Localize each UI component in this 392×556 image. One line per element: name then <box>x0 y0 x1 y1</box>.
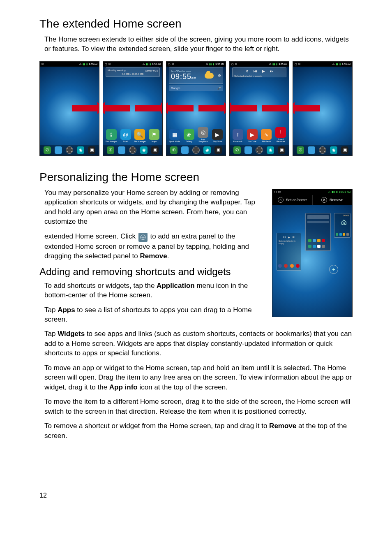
gear-icon[interactable]: ⚙ <box>218 74 221 78</box>
add-panel-button[interactable]: + <box>329 265 338 274</box>
mini-app-icon <box>322 245 325 248</box>
personalize-figure: ▢✉ ⧋▮▮▮10:01 AM ⌂ Set as home ✕ Remove <box>272 189 353 317</box>
play-store-icon: ▶ <box>212 129 223 140</box>
app-file-manager[interactable]: 🔍File Manager <box>134 129 146 143</box>
messages-icon[interactable]: ⋯ <box>118 146 125 154</box>
app-hotspot[interactable]: ⥉Swo Hotspot <box>105 129 118 143</box>
wifi-icon: ⧋ <box>328 190 330 194</box>
data-usage-widget[interactable]: Monthly warning Carrier #1 ▯ 0.0 MB / 20… <box>106 67 160 77</box>
gallery-indicator-icon: ▢ <box>295 63 297 65</box>
phone-icon[interactable]: ✆ <box>297 146 304 154</box>
mic-icon[interactable]: 🎤 <box>217 87 221 90</box>
dock: ✆ ⋯ ⋮⋮ ◉ ▣ <box>230 145 289 155</box>
record-icon: ! <box>275 127 286 138</box>
clock-text: 9:55 AM <box>279 63 287 65</box>
app-play-store[interactable]: ▶Play Store <box>211 129 224 143</box>
camera-icon: ◎ <box>198 127 208 138</box>
text: extended Home screen. Click <box>44 232 138 240</box>
weather-icon <box>205 73 214 79</box>
app-snapnote[interactable]: ◎Acer SnapNote <box>197 127 209 143</box>
mini-panel-right[interactable]: 10:01 <box>334 213 350 238</box>
battery-icon: ▮ <box>213 63 214 65</box>
play-icon[interactable]: ▶ <box>262 69 265 73</box>
mini-app-icon <box>317 245 321 248</box>
screen-4: ▢✉ ⧋▮▮▮9:55 AM ⤨ ⏮ ▶ ⏭ Selected playlist… <box>229 61 289 156</box>
app-email[interactable]: @Email <box>120 129 132 143</box>
browser-icon[interactable]: ◉ <box>330 146 337 154</box>
remove-button[interactable]: ✕ Remove <box>313 195 353 205</box>
prev-icon[interactable]: ⏮ <box>254 69 257 73</box>
apps-icon[interactable]: ⋮⋮ <box>256 146 263 154</box>
phone-icon[interactable]: ✆ <box>44 146 51 154</box>
email-icon: @ <box>120 129 131 140</box>
browser-icon[interactable]: ◉ <box>203 146 211 154</box>
set-as-home-button[interactable]: ⌂ Set as home <box>272 195 313 205</box>
envelope-icon: ✉ <box>278 190 281 194</box>
app-facebook[interactable]: fFacebook <box>232 129 244 143</box>
camera-icon[interactable]: ▣ <box>341 146 348 154</box>
mini-app-icon <box>317 239 321 242</box>
music-widget[interactable]: ⤨ ⏮ ▶ ⏭ Selected playlist is empty. <box>232 67 286 77</box>
apps-icon[interactable]: ⋮⋮ <box>192 146 200 154</box>
mini-app-icon <box>313 239 316 242</box>
radio-icon: ∿ <box>261 129 272 140</box>
google-search-bar[interactable]: Google 🎤 <box>169 86 223 91</box>
apps-icon[interactable]: ⋮⋮ <box>66 146 73 154</box>
swipe-arrow-icon <box>262 105 289 111</box>
phone-icon[interactable]: ✆ <box>170 146 178 154</box>
phone-icon[interactable]: ✆ <box>107 146 114 154</box>
app-quick-mode[interactable]: ▦Quick Mode <box>168 129 181 143</box>
mini-app-icon <box>278 264 282 268</box>
next-icon[interactable]: ⏭ <box>270 69 274 73</box>
app-gallery[interactable]: ❀Gallery <box>183 129 195 143</box>
shuffle-icon[interactable]: ⤨ <box>245 69 249 73</box>
messages-icon[interactable]: ⋯ <box>308 146 315 154</box>
mini-app-icon <box>296 264 300 268</box>
mini-app-icon <box>346 233 349 236</box>
browser-icon[interactable]: ◉ <box>140 146 148 154</box>
mini-music-controls: ⏮▶⏭ <box>277 236 301 239</box>
panel-overview: 10:01 ⏮▶⏭ Selected playlist is empty. <box>277 211 348 259</box>
personalize-screen: ▢✉ ⧋▮▮▮10:01 AM ⌂ Set as home ✕ Remove <box>272 189 353 317</box>
app-fm-radio[interactable]: ∿FM Radio <box>260 129 272 143</box>
signal-icon: ▮▮ <box>83 63 85 65</box>
messages-icon[interactable]: ⋯ <box>244 146 252 154</box>
phone-icon[interactable]: ✆ <box>233 146 241 154</box>
mini-panel-main[interactable] <box>305 213 331 251</box>
mini-app-icon <box>343 233 345 236</box>
apps-icon[interactable]: ⋮⋮ <box>129 146 136 154</box>
wifi-icon: ⧋ <box>79 63 81 65</box>
edit-toolbar: ⌂ Set as home ✕ Remove <box>272 195 352 205</box>
messages-icon[interactable]: ⋯ <box>181 146 189 154</box>
app-label: Acer SnapNote <box>197 139 209 143</box>
carrier-label: Carrier #1 ▯ <box>145 69 158 72</box>
mini-app-icon <box>308 239 311 242</box>
swipe-arrow-icon <box>103 105 130 111</box>
browser-icon[interactable]: ◉ <box>267 146 274 154</box>
appinfo-bold: App info <box>109 383 138 391</box>
browser-icon[interactable]: ◉ <box>77 146 84 154</box>
app-maps[interactable]: ⚑Maps <box>148 129 160 143</box>
app-label: Play Store <box>211 141 224 143</box>
camera-icon[interactable]: ▣ <box>88 146 95 154</box>
heading-personalize: Personalizing the Home screen <box>39 171 353 184</box>
hotspot-icon: ⥉ <box>106 129 117 140</box>
battery-icon: ▮ <box>339 63 341 65</box>
app-label: Swo Hotspot <box>105 141 118 143</box>
text: To add shortcuts or widgets, tap the <box>44 282 157 290</box>
messages-icon[interactable]: ⋯ <box>55 146 62 154</box>
camera-icon[interactable]: ▣ <box>278 146 285 154</box>
app-label: Sound Recorder <box>274 139 287 143</box>
mini-app-icon <box>284 264 288 268</box>
mini-panel-left[interactable]: ⏮▶⏭ Selected playlist is empty. <box>277 233 301 271</box>
gallery-indicator-icon: ▢ <box>231 63 234 65</box>
apps-icon[interactable]: ⋮⋮ <box>319 146 326 154</box>
envelope-icon: ✉ <box>172 63 174 65</box>
app-youtube[interactable]: ▶YouTube <box>246 129 258 143</box>
mini-app-icon <box>308 245 311 248</box>
weather-clock-widget[interactable]: AccuWeather.com 09:55am ⚙ <box>169 67 223 84</box>
para-adding-4: To move an app or widget to the Home scr… <box>44 363 353 392</box>
camera-icon[interactable]: ▣ <box>151 146 159 154</box>
camera-icon[interactable]: ▣ <box>214 146 222 154</box>
app-sound-recorder[interactable]: !Sound Recorder <box>274 127 287 143</box>
